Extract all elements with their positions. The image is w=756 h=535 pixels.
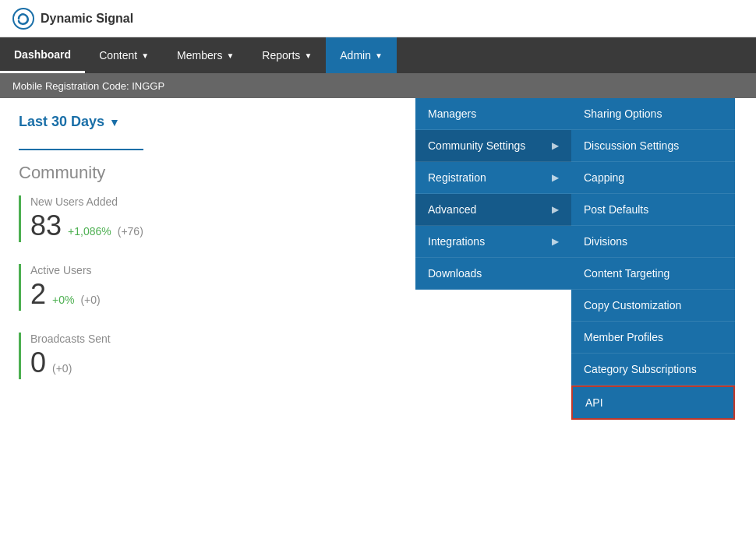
dropdown-community-settings[interactable]: Community Settings ▶	[415, 130, 571, 162]
stat-new-users-value: 83	[30, 209, 62, 242]
logo-icon	[12, 8, 34, 30]
community-settings-arrow: ▶	[552, 140, 559, 151]
date-caret-icon: ▼	[109, 116, 120, 128]
submenu-discussion-settings[interactable]: Discussion Settings	[571, 130, 735, 162]
logo-text: Dynamic Signal	[41, 12, 133, 26]
stat-new-users-label: New Users Added	[30, 195, 143, 208]
submenu-divisions[interactable]: Divisions	[571, 226, 735, 258]
integrations-arrow: ▶	[552, 236, 559, 247]
date-underline	[19, 149, 143, 150]
reports-caret: ▼	[304, 51, 312, 60]
dropdown-managers[interactable]: Managers	[415, 98, 571, 130]
submenu-capping[interactable]: Capping	[571, 162, 735, 194]
admin-caret: ▼	[375, 51, 383, 60]
submenu-content-targeting[interactable]: Content Targeting	[571, 258, 735, 290]
date-selector-text: Last 30 Days	[19, 114, 104, 130]
dropdown-integrations[interactable]: Integrations ▶	[415, 226, 571, 258]
reg-bar: Mobile Registration Code: INGGP	[0, 73, 756, 98]
stat-active-users-label: Active Users	[30, 264, 101, 276]
nav-reports[interactable]: Reports ▼	[248, 37, 326, 73]
dropdown-advanced[interactable]: Advanced ▶	[415, 194, 571, 226]
nav-dashboard[interactable]: Dashboard	[0, 37, 85, 73]
logo-area: Dynamic Signal	[12, 8, 133, 30]
nav-admin[interactable]: Admin ▼	[326, 37, 397, 73]
stat-new-users-change-pos: +1,086%	[68, 225, 111, 238]
advanced-arrow: ▶	[552, 204, 559, 215]
submenu-category-subscriptions[interactable]: Category Subscriptions	[571, 354, 735, 385]
submenu-post-defaults[interactable]: Post Defaults	[571, 194, 735, 226]
stat-active-users-change-neutral: (+0)	[80, 294, 100, 306]
svg-point-0	[13, 9, 34, 29]
nav-content[interactable]: Content ▼	[85, 37, 163, 73]
submenu-sharing-options[interactable]: Sharing Options	[571, 98, 735, 130]
submenu-api[interactable]: API	[571, 385, 735, 420]
dropdown-downloads[interactable]: Downloads	[415, 258, 571, 290]
stat-broadcasts-label: Broadcasts Sent	[30, 333, 111, 345]
community-title: Community	[19, 163, 105, 182]
stat-active-users-change-pos: +0%	[52, 294, 74, 306]
main-content: Last 30 Days ▼ Community New Users Added…	[0, 98, 756, 535]
nav-members[interactable]: Members ▼	[163, 37, 248, 73]
stat-broadcasts-value: 0	[30, 347, 46, 379]
submenu-member-profiles[interactable]: Member Profiles	[571, 322, 735, 354]
stat-active-users-value: 2	[30, 278, 46, 311]
nav-bar: Dashboard Content ▼ Members ▼ Reports ▼ …	[0, 37, 756, 73]
admin-dropdown: Managers Community Settings ▶ Registrati…	[415, 98, 571, 290]
members-caret: ▼	[226, 51, 234, 60]
content-caret: ▼	[141, 51, 149, 60]
stat-new-users-change-neutral: (+76)	[118, 225, 143, 238]
stat-broadcasts-change-neutral: (+0)	[52, 362, 72, 375]
dropdown-registration[interactable]: Registration ▶	[415, 162, 571, 194]
admin-submenu: Sharing Options Discussion Settings Capp…	[571, 98, 735, 420]
registration-arrow: ▶	[552, 172, 559, 183]
top-bar: Dynamic Signal	[0, 0, 756, 37]
submenu-copy-customization[interactable]: Copy Customization	[571, 290, 735, 322]
